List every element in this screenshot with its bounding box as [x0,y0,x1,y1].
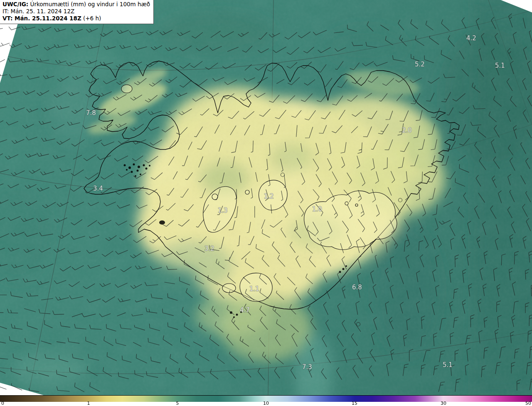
colorbar-tick: 1 [87,401,90,406]
title-line-init: IT: Mán. 25. 11. 2024 12Z [2,8,150,15]
extreme-value-label: 1.3 [218,207,228,214]
extreme-value-label: 5.1 [495,62,505,69]
title-box: UWC/IG: Úrkomumætti (mm) og vindur i 100… [0,0,154,24]
iceland-precipitation-wind-map: 4.25.15.27.82.03.41.21.31.03.21.16.84.77… [0,0,532,395]
colorbar-tick: 15 [352,401,357,406]
extreme-value-label: 1.0 [312,205,322,213]
extreme-value-label: 2.0 [402,127,412,134]
extreme-value-label: 7.3 [302,363,312,371]
colorbar-tick: 10 [263,401,269,406]
colorbar: 01510153050 [0,395,532,406]
extreme-value-label: 4.2 [466,34,476,42]
init-time: IT: Mán. 25. 11. 2024 12Z [2,8,74,15]
extreme-value-label: 1.1 [249,285,259,293]
colorbar-tick: 50 [525,401,531,406]
title-line-valid: VT: Mán. 25.11.2024 18Z (+6 h) [2,15,150,22]
colorbar-tick: 5 [176,401,179,406]
colorbar-tick: 0 [1,401,4,406]
title-line-product: UWC/IG: Úrkomumætti (mm) og vindur i 100… [2,1,150,8]
valid-offset: (+6 h) [83,15,101,22]
extreme-value-label: 5.1 [443,361,453,369]
colorbar-tick: 30 [441,401,446,406]
extreme-value-label: 5.2 [415,61,425,68]
extreme-value-label: 3.4 [93,185,103,192]
weather-map-screen: 4.25.15.27.82.03.41.21.31.03.21.16.84.77… [0,0,532,406]
extreme-value-label: 3.2 [204,245,214,252]
extreme-value-label: 7.8 [86,109,96,117]
extreme-value-label: 1.2 [264,193,274,200]
model-name: UWC/IG: [2,1,28,7]
valid-time: VT: Mán. 25.11.2024 18Z [2,15,81,22]
product-name: Úrkomumætti (mm) og vindur i 100m hæð [30,1,150,7]
extreme-value-label: 6.8 [352,284,362,291]
colorbar-tick-labels: 01510153050 [0,402,532,406]
extreme-value-label: 4.7 [240,306,250,314]
